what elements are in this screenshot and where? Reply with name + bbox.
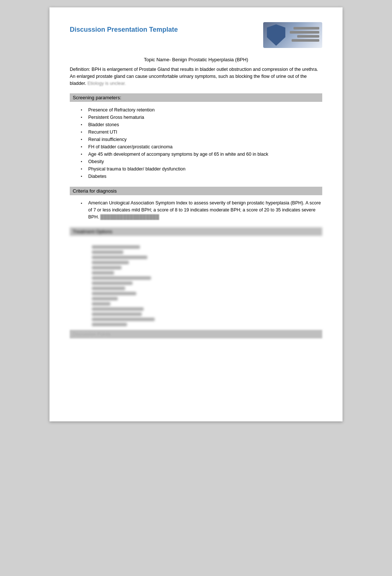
blurred-line — [92, 282, 133, 285]
criteria-header: Criteria for diagnosis — [70, 187, 322, 195]
logo — [263, 22, 322, 48]
criteria-section: Criteria for diagnosis American Urologic… — [70, 187, 322, 220]
list-item: Physical trauma to bladder/ bladder dysf… — [81, 165, 322, 173]
logo-line-1 — [293, 27, 319, 30]
page: Discussion Presentation Template Topic N… — [49, 7, 343, 421]
blurred-line — [92, 266, 121, 269]
list-item: FH of bladder cancer/prostatic carcinoma — [81, 143, 322, 151]
blurred-line — [92, 251, 123, 254]
screening-list: Presence of Refractory retention Persist… — [70, 106, 322, 180]
logo-line-3 — [297, 35, 319, 38]
topic-name: Topic Name- Benign Prostatic Hyperplasia… — [70, 57, 322, 62]
blurred-line — [92, 261, 129, 264]
screening-header: Screening parameters: — [70, 93, 322, 102]
list-item: Bladder stones — [81, 121, 322, 128]
definition-blurred: Etiology is unclear. — [87, 81, 126, 86]
blurred-line — [92, 271, 114, 275]
criteria-list: American Urological Association Symptom … — [70, 200, 322, 220]
blurred-line — [92, 256, 147, 259]
blurred-line — [92, 276, 151, 280]
blurred-line — [92, 318, 155, 321]
last-section-header: Discussion Points — [70, 330, 322, 338]
list-item: Obesity — [81, 158, 322, 165]
blurred-text-block — [70, 245, 322, 326]
logo-shield-icon — [267, 24, 285, 46]
blurred-line — [92, 297, 118, 300]
list-item: Persistent Gross hematuria — [81, 114, 322, 121]
list-item: Presence of Refractory retention — [81, 106, 322, 114]
logo-line-4 — [292, 39, 319, 42]
page-title: Discussion Presentation Template — [70, 22, 178, 34]
blurred-section: Treatment Options — [70, 227, 322, 326]
list-item: American Urological Association Symptom … — [81, 200, 322, 220]
blurred-line — [92, 323, 127, 326]
blurred-line — [92, 313, 142, 316]
header: Discussion Presentation Template — [70, 22, 322, 48]
list-item: Diabetes — [81, 173, 322, 180]
blurred-section-header: Treatment Options — [70, 227, 322, 236]
blurred-line — [92, 307, 144, 311]
definition-text: Definition: BPH is enlargement of Prosta… — [70, 66, 322, 87]
blurred-line — [92, 292, 136, 295]
list-item: Renal insufficiency — [81, 136, 322, 143]
logo-text — [290, 27, 319, 43]
blurred-line — [92, 302, 110, 306]
blurred-line — [92, 287, 125, 290]
list-item: Age 45 with development of accompany sym… — [81, 151, 322, 158]
list-item: Recurrent UTI — [81, 128, 322, 136]
logo-line-2 — [290, 31, 319, 34]
blurred-line — [92, 245, 140, 249]
criteria-text: American Urological Association Symptom … — [88, 200, 321, 220]
